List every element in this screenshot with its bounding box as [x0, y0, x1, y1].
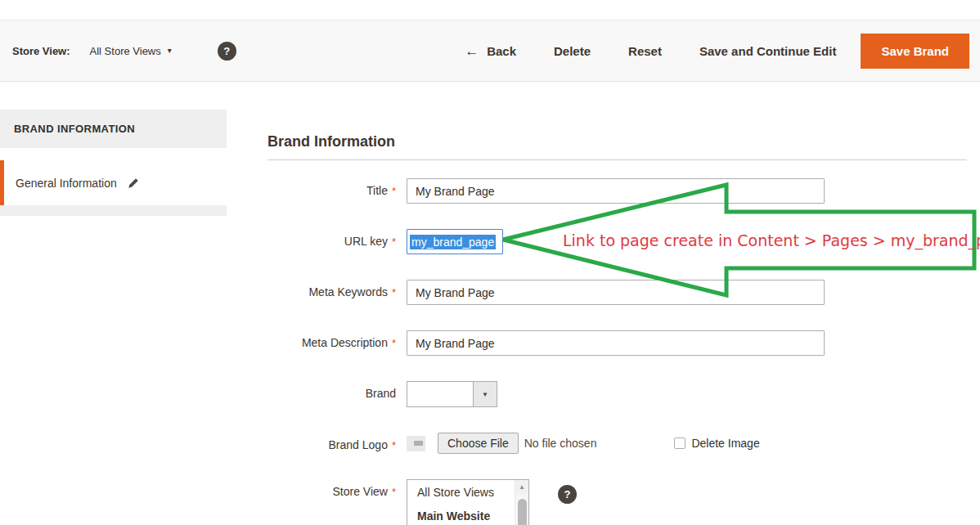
- brand-logo-row: Brand Logo* Choose File No file chosen D…: [267, 433, 967, 454]
- scrollbar-up-icon[interactable]: ▲: [515, 480, 528, 494]
- meta-description-label-wrap: Meta Description*: [267, 330, 396, 349]
- store-view-switcher[interactable]: Store View: All Store Views ▾: [12, 45, 172, 57]
- delete-button[interactable]: Delete: [554, 44, 591, 58]
- url-key-label-wrap: URL key*: [267, 229, 396, 248]
- brand-logo-thumbnail: [407, 436, 425, 451]
- scrollbar-thumb[interactable]: [518, 499, 527, 525]
- back-arrow-icon: ←: [465, 44, 479, 58]
- required-marker: *: [392, 185, 396, 197]
- url-key-input[interactable]: my_brand_page: [407, 229, 503, 254]
- store-view-help-icon[interactable]: ?: [558, 485, 577, 504]
- choose-file-button[interactable]: Choose File: [438, 433, 519, 454]
- store-view-switcher-value[interactable]: All Store Views: [90, 45, 161, 57]
- meta-keywords-input[interactable]: [407, 280, 825, 305]
- sidebar-nav: BRAND INFORMATION General Information: [0, 110, 227, 216]
- title-row: Title*: [267, 178, 967, 204]
- brand-label: Brand: [366, 387, 396, 400]
- no-file-chosen-text: No file chosen: [524, 437, 597, 450]
- meta-keywords-row: Meta Keywords*: [267, 280, 967, 305]
- store-view-switcher-label: Store View:: [12, 45, 70, 57]
- delete-image-checkbox[interactable]: [674, 438, 686, 449]
- url-key-label: URL key: [344, 235, 388, 248]
- brand-logo-label-wrap: Brand Logo*: [267, 433, 396, 451]
- main-content: Brand Information Title* URL key* my_bra…: [267, 133, 967, 525]
- required-marker: *: [392, 236, 396, 248]
- select-caret-icon: ▼: [482, 391, 488, 398]
- meta-description-input[interactable]: [407, 330, 825, 356]
- help-icon[interactable]: ?: [218, 42, 236, 61]
- brand-information-form: Title* URL key* my_brand_page Met: [267, 178, 967, 525]
- delete-image-control: Delete Image: [674, 437, 759, 450]
- title-label-wrap: Title*: [267, 178, 396, 197]
- meta-description-label: Meta Description: [302, 336, 388, 349]
- save-and-continue-button[interactable]: Save and Continue Edit: [699, 44, 837, 58]
- url-key-row: URL key* my_brand_page: [267, 229, 967, 254]
- required-marker: *: [392, 439, 396, 451]
- sidebar-item-general-information[interactable]: General Information: [0, 160, 227, 205]
- required-marker: *: [392, 337, 396, 349]
- store-view-row: Store View* All Store Views Main Website…: [267, 479, 967, 525]
- url-key-selected-text: my_brand_page: [410, 235, 496, 249]
- meta-keywords-label: Meta Keywords: [308, 285, 387, 298]
- back-button-label: Back: [487, 44, 516, 58]
- reset-button[interactable]: Reset: [628, 44, 662, 58]
- caret-down-icon: ▾: [168, 47, 172, 55]
- meta-description-row: Meta Description*: [267, 330, 967, 356]
- required-marker: *: [392, 486, 396, 498]
- store-view-option-all[interactable]: All Store Views: [407, 480, 528, 504]
- brand-logo-label: Brand Logo: [329, 438, 388, 451]
- page-actions-toolbar: Store View: All Store Views ▾ ? ← Back D…: [0, 20, 980, 82]
- listbox-scrollbar[interactable]: ▲: [515, 480, 528, 525]
- edit-pencil-icon: [128, 177, 139, 189]
- store-view-label-wrap: Store View*: [267, 479, 396, 498]
- title-label: Title: [366, 184, 388, 197]
- save-brand-button[interactable]: Save Brand: [861, 34, 969, 69]
- brand-select[interactable]: ▼: [407, 381, 497, 407]
- sidebar-next-section-strip: [0, 205, 227, 216]
- store-view-label: Store View: [332, 485, 387, 498]
- brand-label-wrap: Brand: [267, 381, 396, 400]
- brand-row: Brand ▼: [267, 381, 967, 407]
- action-buttons: ← Back Delete Reset Save and Continue Ed…: [465, 34, 969, 69]
- brand-select-value: [407, 382, 473, 406]
- title-input[interactable]: [407, 178, 825, 204]
- store-view-multiselect[interactable]: All Store Views Main Website ▲: [407, 479, 529, 525]
- store-view-option-main-website[interactable]: Main Website: [407, 504, 528, 525]
- sidebar-header: BRAND INFORMATION: [0, 110, 227, 148]
- brand-select-button[interactable]: ▼: [473, 382, 497, 406]
- page: Store View: All Store Views ▾ ? ← Back D…: [0, 0, 980, 525]
- delete-image-label: Delete Image: [691, 437, 759, 450]
- sidebar-item-label: General Information: [16, 177, 117, 190]
- required-marker: *: [392, 286, 396, 298]
- section-heading: Brand Information: [267, 133, 967, 160]
- back-button[interactable]: ← Back: [465, 44, 516, 58]
- meta-keywords-label-wrap: Meta Keywords*: [267, 280, 396, 298]
